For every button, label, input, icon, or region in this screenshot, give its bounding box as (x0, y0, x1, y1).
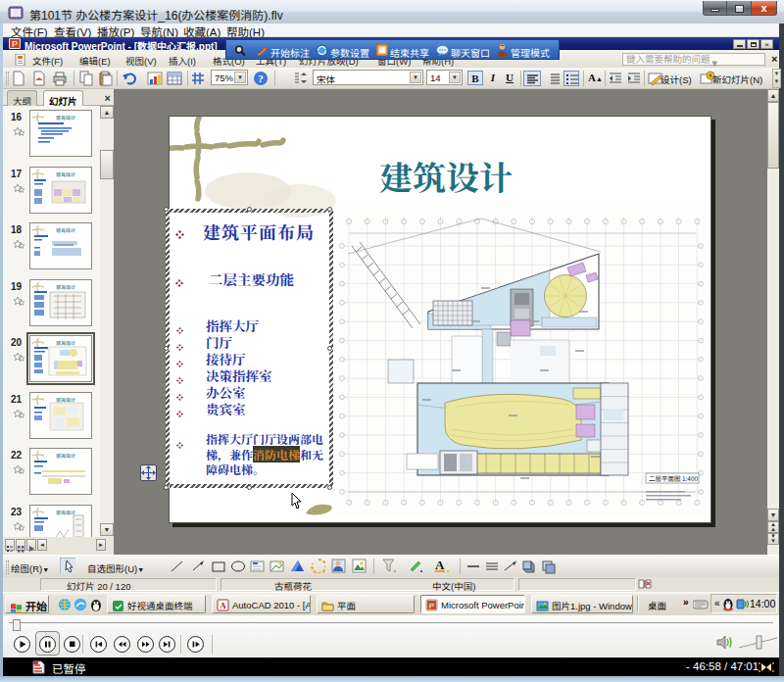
svg-text:建筑设计: 建筑设计 (56, 226, 75, 233)
svg-text:A: A (435, 558, 445, 572)
svg-text:A: A (220, 601, 226, 610)
svg-text:建筑设计: 建筑设计 (56, 396, 75, 403)
svg-text:建筑设计: 建筑设计 (56, 452, 75, 459)
svg-text:建筑设计: 建筑设计 (56, 339, 75, 346)
svg-text:P: P (12, 39, 18, 49)
svg-text:P: P (429, 602, 434, 610)
svg-text:建筑设计: 建筑设计 (56, 170, 75, 177)
svg-text:建筑设计: 建筑设计 (56, 509, 75, 515)
svg-text:建筑设计: 建筑设计 (56, 283, 75, 290)
svg-text:二层平面图 1:400: 二层平面图 1:400 (649, 473, 699, 483)
svg-text:?: ? (258, 73, 264, 84)
svg-text:建筑设计: 建筑设计 (56, 114, 75, 121)
